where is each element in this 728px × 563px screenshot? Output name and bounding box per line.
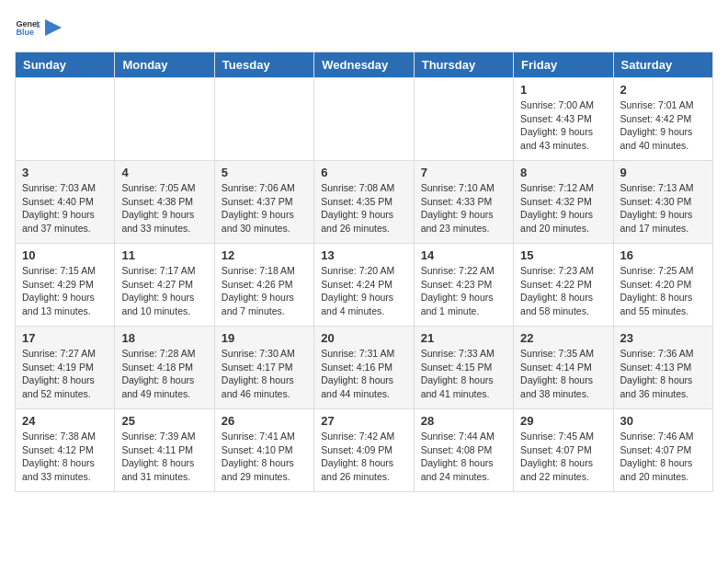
day-number: 17 — [22, 331, 108, 345]
day-number: 14 — [421, 248, 506, 262]
day-number: 9 — [620, 166, 706, 179]
logo-icon: General Blue — [15, 15, 40, 40]
day-info: Sunrise: 7:28 AMSunset: 4:18 PMDaylight:… — [121, 347, 207, 401]
day-number: 1 — [520, 83, 606, 97]
day-info: Sunrise: 7:05 AMSunset: 4:38 PMDaylight:… — [121, 181, 207, 236]
calendar-day — [414, 78, 513, 161]
day-info: Sunrise: 7:01 AMSunset: 4:42 PMDaylight:… — [620, 98, 706, 153]
day-number: 6 — [321, 166, 406, 179]
day-info: Sunrise: 7:18 AMSunset: 4:26 PMDaylight:… — [222, 264, 307, 318]
weekday-header-saturday: Saturday — [613, 52, 712, 78]
day-number: 30 — [620, 414, 706, 428]
day-number: 15 — [520, 248, 606, 262]
day-info: Sunrise: 7:41 AMSunset: 4:10 PMDaylight:… — [222, 430, 307, 484]
calendar-week-5: 24Sunrise: 7:38 AMSunset: 4:12 PMDayligh… — [16, 409, 713, 492]
calendar-day: 27Sunrise: 7:42 AMSunset: 4:09 PMDayligh… — [314, 409, 414, 492]
day-info: Sunrise: 7:30 AMSunset: 4:17 PMDaylight:… — [222, 347, 307, 401]
calendar-day: 29Sunrise: 7:45 AMSunset: 4:07 PMDayligh… — [514, 409, 613, 492]
calendar-day: 5Sunrise: 7:06 AMSunset: 4:37 PMDaylight… — [214, 161, 313, 244]
calendar-day: 21Sunrise: 7:33 AMSunset: 4:15 PMDayligh… — [414, 327, 513, 409]
calendar-day: 26Sunrise: 7:41 AMSunset: 4:10 PMDayligh… — [214, 409, 313, 492]
day-info: Sunrise: 7:25 AMSunset: 4:20 PMDaylight:… — [620, 264, 706, 318]
calendar-day: 24Sunrise: 7:38 AMSunset: 4:12 PMDayligh… — [16, 409, 115, 492]
calendar-day: 13Sunrise: 7:20 AMSunset: 4:24 PMDayligh… — [314, 244, 414, 327]
day-info: Sunrise: 7:20 AMSunset: 4:24 PMDaylight:… — [321, 264, 406, 318]
calendar-day — [314, 78, 414, 161]
day-number: 7 — [421, 166, 506, 179]
calendar-day: 14Sunrise: 7:22 AMSunset: 4:23 PMDayligh… — [414, 244, 513, 327]
day-info: Sunrise: 7:35 AMSunset: 4:14 PMDaylight:… — [520, 347, 606, 401]
day-number: 27 — [321, 414, 406, 428]
calendar-day: 15Sunrise: 7:23 AMSunset: 4:22 PMDayligh… — [514, 244, 613, 327]
header: General Blue — [15, 15, 713, 40]
calendar-day: 12Sunrise: 7:18 AMSunset: 4:26 PMDayligh… — [214, 244, 313, 327]
day-number: 28 — [421, 414, 506, 428]
calendar-day: 9Sunrise: 7:13 AMSunset: 4:30 PMDaylight… — [613, 161, 712, 244]
day-number: 23 — [620, 331, 706, 345]
calendar-day: 4Sunrise: 7:05 AMSunset: 4:38 PMDaylight… — [115, 161, 214, 244]
day-info: Sunrise: 7:36 AMSunset: 4:13 PMDaylight:… — [620, 347, 706, 401]
day-number: 5 — [222, 166, 307, 179]
calendar-day: 11Sunrise: 7:17 AMSunset: 4:27 PMDayligh… — [115, 244, 214, 327]
day-info: Sunrise: 7:08 AMSunset: 4:35 PMDaylight:… — [321, 181, 406, 236]
day-number: 2 — [620, 83, 706, 97]
calendar-week-1: 1Sunrise: 7:00 AMSunset: 4:43 PMDaylight… — [16, 78, 713, 161]
calendar-week-4: 17Sunrise: 7:27 AMSunset: 4:19 PMDayligh… — [16, 327, 713, 409]
weekday-header-thursday: Thursday — [414, 52, 513, 78]
day-number: 20 — [321, 331, 406, 345]
day-number: 13 — [321, 248, 406, 262]
day-number: 25 — [121, 414, 207, 428]
day-number: 16 — [620, 248, 706, 262]
calendar-day — [115, 78, 214, 161]
calendar-day: 19Sunrise: 7:30 AMSunset: 4:17 PMDayligh… — [214, 327, 313, 409]
calendar-day: 3Sunrise: 7:03 AMSunset: 4:40 PMDaylight… — [16, 161, 115, 244]
day-number: 3 — [22, 166, 108, 179]
weekday-header-tuesday: Tuesday — [214, 52, 313, 78]
day-info: Sunrise: 7:22 AMSunset: 4:23 PMDaylight:… — [421, 264, 506, 318]
logo-triangle-icon — [45, 19, 62, 36]
day-info: Sunrise: 7:45 AMSunset: 4:07 PMDaylight:… — [520, 430, 606, 484]
svg-marker-4 — [45, 19, 62, 36]
calendar-day: 16Sunrise: 7:25 AMSunset: 4:20 PMDayligh… — [613, 244, 712, 327]
calendar-day: 18Sunrise: 7:28 AMSunset: 4:18 PMDayligh… — [115, 327, 214, 409]
weekday-header-friday: Friday — [514, 52, 613, 78]
calendar-day: 17Sunrise: 7:27 AMSunset: 4:19 PMDayligh… — [16, 327, 115, 409]
logo: General Blue — [15, 15, 63, 40]
svg-text:Blue: Blue — [16, 28, 34, 37]
day-number: 22 — [520, 331, 606, 345]
day-number: 26 — [222, 414, 307, 428]
calendar-day: 8Sunrise: 7:12 AMSunset: 4:32 PMDaylight… — [514, 161, 613, 244]
day-info: Sunrise: 7:39 AMSunset: 4:11 PMDaylight:… — [121, 430, 207, 484]
day-number: 4 — [121, 166, 207, 179]
calendar-day: 10Sunrise: 7:15 AMSunset: 4:29 PMDayligh… — [16, 244, 115, 327]
day-number: 8 — [520, 166, 606, 179]
day-info: Sunrise: 7:06 AMSunset: 4:37 PMDaylight:… — [222, 181, 307, 236]
day-info: Sunrise: 7:38 AMSunset: 4:12 PMDaylight:… — [22, 430, 108, 484]
day-number: 11 — [121, 248, 207, 262]
calendar-day: 6Sunrise: 7:08 AMSunset: 4:35 PMDaylight… — [314, 161, 414, 244]
calendar-day: 30Sunrise: 7:46 AMSunset: 4:07 PMDayligh… — [613, 409, 712, 492]
day-info: Sunrise: 7:33 AMSunset: 4:15 PMDaylight:… — [421, 347, 506, 401]
day-info: Sunrise: 7:15 AMSunset: 4:29 PMDaylight:… — [22, 264, 108, 318]
day-info: Sunrise: 7:12 AMSunset: 4:32 PMDaylight:… — [520, 181, 606, 236]
day-number: 10 — [22, 248, 108, 262]
day-number: 21 — [421, 331, 506, 345]
weekday-header-row: SundayMondayTuesdayWednesdayThursdayFrid… — [16, 52, 713, 78]
calendar: SundayMondayTuesdayWednesdayThursdayFrid… — [15, 52, 713, 492]
day-number: 19 — [222, 331, 307, 345]
calendar-day: 2Sunrise: 7:01 AMSunset: 4:42 PMDaylight… — [613, 78, 712, 161]
calendar-day — [214, 78, 313, 161]
day-info: Sunrise: 7:17 AMSunset: 4:27 PMDaylight:… — [121, 264, 207, 318]
calendar-week-3: 10Sunrise: 7:15 AMSunset: 4:29 PMDayligh… — [16, 244, 713, 327]
day-info: Sunrise: 7:03 AMSunset: 4:40 PMDaylight:… — [22, 181, 108, 236]
day-info: Sunrise: 7:10 AMSunset: 4:33 PMDaylight:… — [421, 181, 506, 236]
day-info: Sunrise: 7:27 AMSunset: 4:19 PMDaylight:… — [22, 347, 108, 401]
day-info: Sunrise: 7:44 AMSunset: 4:08 PMDaylight:… — [421, 430, 506, 484]
day-info: Sunrise: 7:42 AMSunset: 4:09 PMDaylight:… — [321, 430, 406, 484]
calendar-day: 28Sunrise: 7:44 AMSunset: 4:08 PMDayligh… — [414, 409, 513, 492]
day-number: 12 — [222, 248, 307, 262]
day-info: Sunrise: 7:13 AMSunset: 4:30 PMDaylight:… — [620, 181, 706, 236]
calendar-day: 23Sunrise: 7:36 AMSunset: 4:13 PMDayligh… — [613, 327, 712, 409]
calendar-day: 20Sunrise: 7:31 AMSunset: 4:16 PMDayligh… — [314, 327, 414, 409]
weekday-header-wednesday: Wednesday — [314, 52, 414, 78]
